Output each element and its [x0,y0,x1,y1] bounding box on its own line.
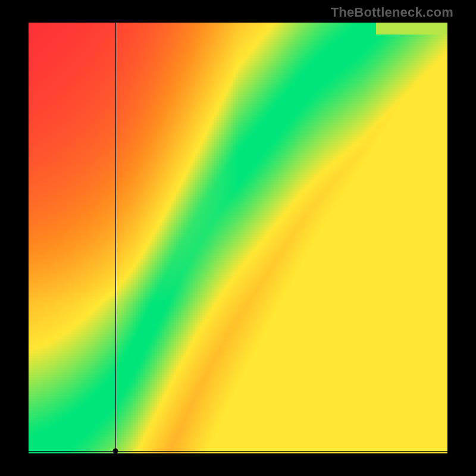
chart-frame: TheBottleneck.com [0,0,476,476]
crosshair-horizontal [29,451,447,452]
heatmap-plot [29,23,447,453]
watermark-text: TheBottleneck.com [331,5,453,20]
cursor-marker-dot [112,449,118,454]
heatmap-canvas [29,23,447,453]
crosshair-vertical [115,23,116,453]
